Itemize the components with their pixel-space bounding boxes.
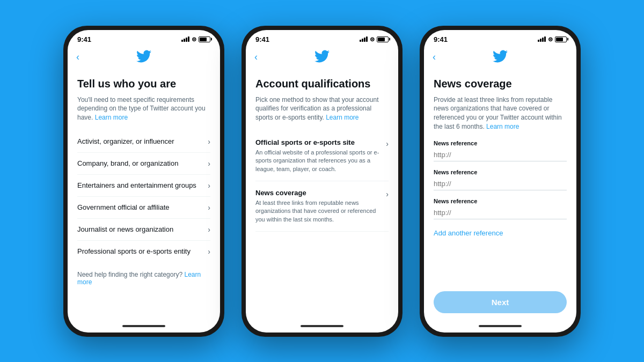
twitter-logo-2 (314, 49, 330, 66)
list-item-company[interactable]: Company, brand, or organization › (77, 153, 210, 175)
home-indicator-2 (246, 322, 398, 333)
learn-more-link-3[interactable]: Learn more (486, 123, 519, 130)
screen-3-title: News coverage (434, 78, 567, 90)
home-bar-3 (479, 325, 522, 327)
qual-item-sports-site-desc: An official website of a professional sp… (255, 149, 382, 173)
twitter-logo-1 (136, 49, 151, 66)
signal-icon-3 (538, 36, 546, 42)
chevron-icon-sports: › (208, 247, 210, 256)
screen-2-title: Account qualifications (255, 78, 389, 90)
next-btn-container: Next (434, 285, 567, 313)
signal-icon-2 (360, 36, 368, 42)
list-item-company-label: Company, brand, or organization (77, 159, 178, 167)
list-item-entertainers-label: Entertainers and entertainment groups (77, 181, 196, 189)
form-group-2: News reference (434, 169, 567, 190)
wifi-icon-2: ⊜ (370, 36, 375, 43)
qual-item-sports-site[interactable]: Official sports or e-sports site An offi… (255, 131, 389, 181)
qual-item-news[interactable]: News coverage At least three links from … (255, 181, 389, 232)
screen-2-subtitle: Pick one method to show that your accoun… (255, 95, 389, 122)
add-reference-link[interactable]: Add another reference (434, 229, 503, 237)
chevron-icon-news: › (386, 190, 389, 198)
status-bar-3: 9:41 ⊜ (424, 30, 576, 46)
screen-1-subtitle: You'll need to meet specific requirement… (77, 95, 210, 122)
help-text-1: Need help finding the right category? Le… (77, 271, 210, 286)
news-reference-input-2[interactable] (434, 178, 567, 190)
twitter-logo-3 (493, 49, 508, 66)
phone-1: 9:41 ⊜ ‹ Tell us who you are Y (63, 26, 224, 337)
status-time-2: 9:41 (255, 35, 269, 43)
screen-1-title: Tell us who you are (77, 78, 210, 90)
form-label-2: News reference (434, 169, 567, 175)
home-indicator-1 (68, 322, 220, 333)
chevron-icon-journalist: › (208, 225, 210, 234)
form-label-1: News reference (434, 140, 567, 146)
chevron-icon-company: › (208, 159, 210, 168)
wifi-icon-3: ⊜ (548, 36, 553, 43)
form-group-1: News reference (434, 140, 567, 161)
learn-more-link-1[interactable]: Learn more (95, 114, 128, 121)
back-button-3[interactable]: ‹ (433, 51, 436, 63)
screen-3-content: News coverage Provide at least three lin… (424, 69, 576, 322)
list-item-government-label: Government official or affiliate (77, 203, 170, 211)
nav-bar-1: ‹ (68, 46, 220, 69)
list-item-entertainers[interactable]: Entertainers and entertainment groups › (77, 175, 210, 197)
nav-bar-2: ‹ (246, 46, 398, 69)
screen-1-content: Tell us who you are You'll need to meet … (68, 69, 220, 322)
list-item-sports[interactable]: Professional sports or e-sports entity › (77, 241, 210, 262)
status-icons-3: ⊜ (538, 36, 567, 43)
home-indicator-3 (424, 322, 576, 333)
screen-3-subtitle: Provide at least three links from reputa… (434, 95, 567, 131)
chevron-icon-activist: › (208, 137, 210, 146)
phone-3: 9:41 ⊜ ‹ News coverage (420, 26, 581, 337)
chevron-icon-sports-site: › (386, 139, 389, 148)
learn-more-link-2[interactable]: Learn more (326, 114, 358, 121)
battery-icon-2 (377, 36, 389, 42)
nav-bar-3: ‹ (424, 46, 576, 69)
battery-icon-1 (199, 36, 210, 42)
news-reference-input-1[interactable] (434, 149, 567, 161)
back-button-1[interactable]: ‹ (76, 51, 79, 63)
phone-2: 9:41 ⊜ ‹ Account qualifications (241, 26, 402, 337)
qual-item-news-title: News coverage (255, 189, 382, 197)
status-bar-2: 9:41 ⊜ (246, 30, 398, 46)
status-icons-2: ⊜ (360, 36, 389, 43)
form-label-3: News reference (434, 198, 567, 204)
qual-item-sports-site-title: Official sports or e-sports site (255, 138, 382, 146)
next-button[interactable]: Next (434, 291, 567, 313)
status-time-3: 9:41 (434, 35, 448, 43)
form-group-3: News reference (434, 198, 567, 219)
news-form: News reference News reference News refer… (434, 140, 567, 238)
category-list-1: Activist, organizer, or influencer › Com… (77, 131, 210, 262)
list-item-activist-label: Activist, organizer, or influencer (77, 137, 174, 145)
qual-item-sports-site-content: Official sports or e-sports site An offi… (255, 138, 382, 173)
chevron-icon-entertainers: › (208, 181, 210, 190)
list-item-activist[interactable]: Activist, organizer, or influencer › (77, 131, 210, 153)
battery-icon-3 (555, 36, 567, 42)
qual-item-news-content: News coverage At least three links from … (255, 189, 382, 224)
signal-icon-1 (181, 36, 189, 42)
qualification-list: Official sports or e-sports site An offi… (255, 131, 389, 232)
list-item-government[interactable]: Government official or affiliate › (77, 197, 210, 219)
back-button-2[interactable]: ‹ (254, 51, 258, 63)
status-icons-1: ⊜ (181, 36, 210, 43)
home-bar-1 (122, 325, 165, 327)
list-item-sports-label: Professional sports or e-sports entity (77, 247, 191, 255)
qual-item-news-desc: At least three links from reputable news… (255, 199, 382, 224)
list-item-journalist[interactable]: Journalist or news organization › (77, 219, 210, 241)
wifi-icon-1: ⊜ (192, 36, 196, 43)
list-item-journalist-label: Journalist or news organization (77, 225, 173, 233)
news-reference-input-3[interactable] (434, 206, 567, 219)
status-time-1: 9:41 (77, 35, 91, 43)
screen-2-content: Account qualifications Pick one method t… (246, 69, 398, 322)
status-bar-1: 9:41 ⊜ (68, 30, 220, 46)
chevron-icon-government: › (208, 203, 210, 212)
home-bar-2 (301, 325, 343, 327)
